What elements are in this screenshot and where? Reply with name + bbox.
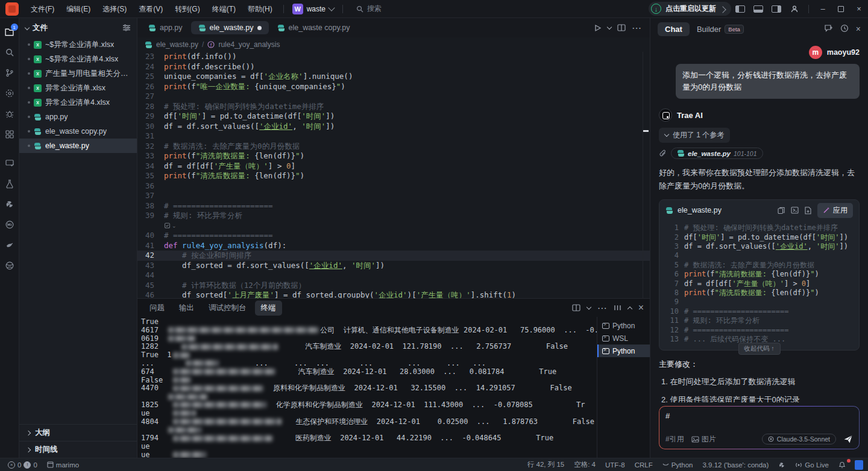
code-line[interactable]: 26print(f"唯一企业数量: {unique_companies}") bbox=[137, 82, 650, 92]
marimo-status[interactable]: marimo bbox=[44, 461, 82, 469]
workspace-switcher[interactable]: W waste bbox=[289, 2, 338, 16]
editor-scrollbar[interactable] bbox=[643, 52, 650, 298]
model-selector[interactable]: Claude-3.5-Sonnet bbox=[762, 434, 836, 444]
more-actions-button[interactable]: ⋯ bbox=[632, 22, 641, 34]
run-dropdown-icon[interactable] bbox=[607, 24, 612, 29]
outline-section[interactable]: 大纲 bbox=[19, 424, 137, 441]
code-line[interactable]: 31 bbox=[137, 131, 650, 142]
menu-item[interactable]: 终端(T) bbox=[206, 0, 242, 18]
live-preview-icon[interactable] bbox=[1, 84, 19, 102]
account-button[interactable] bbox=[785, 0, 804, 18]
code-line[interactable]: 32# 数据清洗: 去除产废量为0的月份数据 bbox=[137, 142, 650, 152]
code-line[interactable]: 23print(df.info()) bbox=[137, 52, 650, 62]
hand-extension-icon[interactable] bbox=[1, 236, 19, 254]
code-line[interactable]: 34df = df[df['产生量（吨）'] > 0] bbox=[137, 161, 650, 172]
maximize-button[interactable] bbox=[832, 0, 850, 18]
toggle-panel-button[interactable] bbox=[749, 0, 767, 18]
file-item[interactable]: ele_waste.py bbox=[19, 139, 137, 153]
menu-item[interactable]: 文件(F) bbox=[25, 0, 60, 18]
code-line[interactable]: 35print(f"清洗后数据量: {len(df)}") bbox=[137, 171, 650, 181]
file-item[interactable]: 异常企业清单4.xlsx bbox=[19, 95, 137, 110]
file-item[interactable]: 产生量与用电量相关分析(含行... bbox=[19, 66, 137, 81]
notifications-bell[interactable] bbox=[835, 461, 849, 469]
terminal-session[interactable]: Python bbox=[597, 319, 650, 332]
editor-tab[interactable]: ele_waste copy.py bbox=[270, 21, 357, 34]
code-editor[interactable]: 23print(df.info())24print(df.describe())… bbox=[137, 52, 650, 298]
menu-item[interactable]: 转到(G) bbox=[169, 0, 206, 18]
problems-status[interactable]: × 0 ! 0 bbox=[5, 461, 40, 469]
language-mode[interactable]: Python bbox=[659, 461, 696, 469]
source-control-icon[interactable] bbox=[1, 64, 19, 82]
panel-maximize-icon[interactable] bbox=[627, 306, 632, 311]
eol-sequence[interactable]: CRLF bbox=[632, 461, 656, 469]
filter-icon[interactable] bbox=[122, 24, 131, 31]
collapse-code-button[interactable]: 收起代码 ↑ bbox=[738, 343, 780, 355]
code-line[interactable]: 43 df_sorted = df.sort_values(['企业id', '… bbox=[137, 261, 650, 271]
run-button[interactable] bbox=[594, 24, 602, 32]
file-item[interactable]: ~$异常企业清单4.xlsx bbox=[19, 52, 137, 66]
code-line[interactable]: 42 # 按企业和时间排序 bbox=[137, 251, 650, 261]
editor-tab[interactable]: ele_waste.py bbox=[191, 21, 269, 34]
apply-code-button[interactable]: 应用 bbox=[817, 203, 853, 218]
menu-item[interactable]: 查看(V) bbox=[133, 0, 169, 18]
new-chat-button[interactable] bbox=[824, 24, 833, 34]
code-line[interactable]: 39# 规则: 环比异常分析 bbox=[137, 211, 650, 221]
chat-history-button[interactable] bbox=[840, 24, 849, 34]
python-interpreter[interactable]: 3.9.12 ('base': conda) bbox=[699, 461, 772, 469]
chat-close-button[interactable]: × bbox=[856, 24, 861, 34]
explorer-icon[interactable]: 1 bbox=[1, 23, 19, 41]
code-line[interactable]: 37 bbox=[137, 191, 650, 201]
terminal-session[interactable]: WSL bbox=[597, 332, 650, 345]
send-button[interactable] bbox=[843, 435, 853, 444]
chat-input[interactable]: # #引用 图片 Claude-3.5-Sonnet bbox=[659, 407, 859, 449]
tab-chat[interactable]: Chat bbox=[658, 22, 690, 36]
tab-builder[interactable]: Builder bbox=[697, 25, 721, 34]
code-line[interactable]: 28# 预处理: 确保时间列转换为datetime并排序 bbox=[137, 102, 650, 112]
terminal-session[interactable]: Python bbox=[597, 345, 650, 357]
code-line[interactable]: 36 bbox=[137, 181, 650, 192]
insert-code-button[interactable] bbox=[791, 207, 799, 214]
menu-item[interactable]: 选择(S) bbox=[96, 0, 133, 18]
file-item[interactable]: ~$异常企业清单.xlsx bbox=[19, 37, 137, 52]
global-search[interactable]: 搜索 bbox=[356, 4, 382, 14]
code-line[interactable]: 40# ====================== bbox=[137, 231, 650, 241]
create-file-button[interactable] bbox=[805, 207, 811, 214]
menu-item[interactable]: 编辑(E) bbox=[60, 0, 96, 18]
remote-explorer-icon[interactable] bbox=[1, 154, 19, 172]
reference-toggle[interactable]: 使用了 1 个参考 bbox=[659, 128, 730, 143]
indentation[interactable]: 空格: 4 bbox=[571, 460, 599, 469]
debug-icon[interactable] bbox=[1, 105, 19, 123]
code-line[interactable]: 24print(df.describe()) bbox=[137, 62, 650, 72]
inline-widget[interactable]: ⌄ bbox=[137, 221, 650, 231]
pinwheel-status-icon[interactable] bbox=[775, 461, 788, 469]
panel-close-button[interactable]: × bbox=[638, 302, 644, 313]
editor-tab[interactable]: app.py bbox=[141, 21, 190, 34]
test-flask-icon[interactable] bbox=[1, 175, 19, 193]
code-line[interactable]: 30df = df.sort_values(['企业id', '时间']) bbox=[137, 122, 650, 132]
code-line[interactable]: 25unique_companies = df['企业名称'].nunique(… bbox=[137, 72, 650, 82]
panel-tab-问题[interactable]: 问题 bbox=[143, 301, 171, 316]
encoding[interactable]: UTF-8 bbox=[602, 461, 628, 469]
toggle-secondary-sidebar-button[interactable] bbox=[767, 0, 785, 18]
chat-input-text[interactable]: # bbox=[665, 411, 853, 434]
new-terminal-button[interactable] bbox=[572, 304, 580, 311]
menu-item[interactable]: 帮助(H) bbox=[242, 0, 278, 18]
code-line[interactable]: 33print(f"清洗前数据量: {len(df)}") bbox=[137, 151, 650, 161]
file-item[interactable]: app.py bbox=[19, 110, 137, 124]
browser-extension-icon[interactable] bbox=[1, 257, 19, 275]
restart-update-button[interactable]: ↓ 点击重启以更新 bbox=[649, 2, 731, 16]
cursor-position[interactable]: 行 42, 列 15 bbox=[524, 460, 567, 469]
terminal-profile-dropdown-icon[interactable] bbox=[586, 304, 591, 309]
pinwheel-extension-icon[interactable] bbox=[1, 195, 19, 213]
panel-more-button[interactable]: ⋯ bbox=[597, 302, 607, 314]
code-line[interactable]: 46 df_sorted['上月产废量'] = df_sorted.groupb… bbox=[137, 290, 650, 298]
file-item[interactable]: ele_waste copy.py bbox=[19, 124, 137, 139]
chat-messages[interactable]: m maoyu92 添加一个逻辑，分析钱进行数据清洗，去掉产废量为0的月份数据 … bbox=[650, 40, 868, 402]
timeline-section[interactable]: 时间线 bbox=[19, 441, 137, 458]
copy-code-button[interactable] bbox=[778, 207, 785, 214]
close-button[interactable]: × bbox=[850, 0, 868, 18]
marimo-extension-icon[interactable] bbox=[1, 216, 19, 234]
reference-file-pill[interactable]: ele_waste.py 101-101 bbox=[671, 148, 763, 159]
panel-tab-终端[interactable]: 终端 bbox=[255, 301, 282, 316]
minimize-button[interactable]: – bbox=[814, 0, 832, 18]
